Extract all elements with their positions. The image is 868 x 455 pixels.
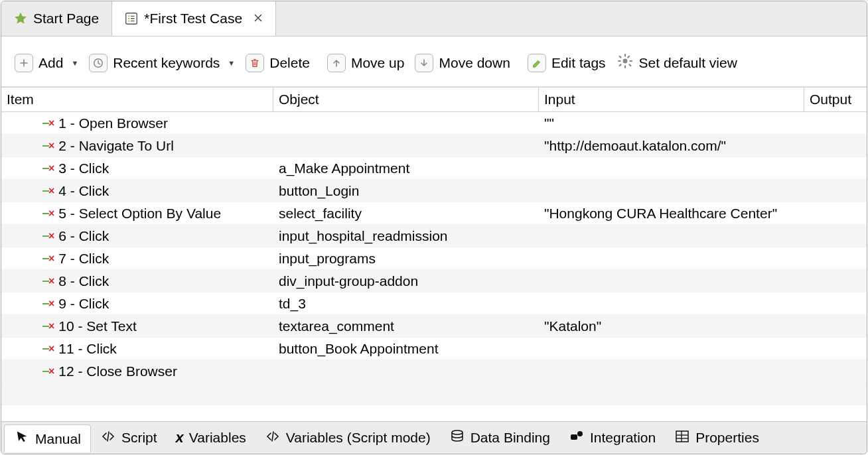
plus-icon	[15, 54, 33, 72]
step-label: 6 - Click	[58, 228, 109, 244]
table-row[interactable]: ×4 - Clickbutton_Login	[1, 180, 867, 202]
tab-label: Variables	[189, 430, 246, 446]
tab-label: Start Page	[33, 11, 99, 27]
tab-label: Properties	[695, 430, 759, 446]
cell-object: button_Book Appointment	[273, 341, 539, 357]
svg-rect-14	[628, 64, 632, 67]
tab-start-page[interactable]: Start Page	[1, 1, 111, 36]
star-icon	[13, 11, 28, 26]
svg-rect-10	[624, 66, 626, 68]
cursor-icon	[14, 429, 30, 448]
tab-first-test-case[interactable]: *First Test Case	[111, 1, 276, 36]
move-down-label: Move down	[439, 55, 510, 71]
steps-table: Item Object Input Output ×1 - Open Brows…	[1, 87, 867, 422]
close-icon[interactable]	[253, 12, 263, 25]
step-label: 10 - Set Text	[58, 318, 137, 334]
step-label: 3 - Click	[58, 161, 109, 176]
recent-label: Recent keywords	[113, 55, 220, 71]
cell-item: ×5 - Select Option By Value	[1, 206, 273, 222]
col-input[interactable]: Input	[539, 88, 804, 111]
tab-properties[interactable]: Properties	[665, 424, 768, 452]
bottom-tabbar: Manual Script x Variables Variables (Scr…	[1, 422, 867, 454]
move-up-button[interactable]: Move up	[323, 52, 409, 74]
test-case-icon	[124, 11, 139, 26]
col-output[interactable]: Output	[804, 88, 863, 111]
cell-input: ""	[539, 115, 804, 131]
tab-variables-script[interactable]: Variables (Script mode)	[255, 424, 440, 452]
step-label: 4 - Click	[58, 183, 109, 199]
keyword-icon: ×	[42, 276, 54, 287]
cell-object: button_Login	[273, 183, 539, 199]
table-row[interactable]: ×5 - Select Option By Valueselect_facili…	[1, 202, 867, 225]
svg-point-17	[452, 430, 463, 434]
add-button[interactable]: Add ▼	[11, 52, 82, 74]
trash-icon	[246, 54, 264, 72]
keyword-icon: ×	[42, 141, 54, 151]
caret-down-icon: ▼	[228, 59, 235, 67]
cell-item: ×8 - Click	[1, 273, 273, 289]
cell-item: ×7 - Click	[1, 251, 273, 267]
delete-button[interactable]: Delete	[242, 52, 314, 74]
move-down-button[interactable]: Move down	[411, 52, 514, 74]
keyword-icon: ×	[42, 253, 54, 264]
table-row[interactable]: ×1 - Open Browser""	[1, 112, 867, 135]
recent-keywords-button[interactable]: Recent keywords ▼	[85, 52, 239, 74]
edit-tags-button[interactable]: Edit tags	[524, 52, 610, 74]
editor-tabbar: Start Page *First Test Case	[1, 1, 867, 36]
tab-label: *First Test Case	[144, 11, 242, 27]
cell-input: "Katalon"	[539, 318, 804, 334]
arrow-up-icon	[327, 54, 346, 72]
step-label: 2 - Navigate To Url	[58, 138, 174, 154]
history-icon	[89, 54, 108, 72]
tab-label: Script	[121, 430, 157, 446]
table-row[interactable]: ×6 - Clickinput_hospital_readmission	[1, 225, 867, 247]
tab-manual[interactable]: Manual	[4, 424, 91, 452]
keyword-icon: ×	[42, 231, 54, 241]
keyword-icon: ×	[42, 298, 54, 309]
tab-script[interactable]: Script	[91, 424, 167, 452]
keyword-icon: ×	[42, 186, 54, 196]
table-row[interactable]: ×2 - Navigate To Url"http://demoaut.kata…	[1, 135, 867, 157]
cell-object: div_input-group-addon	[273, 273, 539, 289]
col-object[interactable]: Object	[273, 88, 539, 111]
database-icon	[449, 428, 465, 448]
cell-object: input_hospital_readmission	[273, 228, 539, 244]
set-default-view-button[interactable]: Set default view	[613, 51, 741, 74]
table-row-blank	[1, 383, 867, 405]
col-item[interactable]: Item	[1, 88, 273, 111]
arrow-down-icon	[415, 54, 433, 72]
cell-object: a_Make Appointment	[273, 161, 539, 176]
move-up-label: Move up	[351, 55, 405, 71]
table-row[interactable]: ×3 - Clicka_Make Appointment	[1, 157, 867, 180]
code-icon	[265, 428, 281, 448]
keyword-icon: ×	[42, 366, 54, 377]
step-label: 5 - Select Option By Value	[58, 206, 221, 222]
edit-tags-label: Edit tags	[551, 55, 606, 71]
tab-data-binding[interactable]: Data Binding	[440, 424, 559, 452]
tab-variables[interactable]: x Variables	[167, 425, 255, 450]
tab-integration[interactable]: Integration	[559, 424, 665, 452]
grid-icon	[674, 428, 690, 448]
table-row[interactable]: ×8 - Clickdiv_input-group-addon	[1, 270, 867, 292]
tab-label: Variables (Script mode)	[286, 430, 431, 446]
svg-rect-9	[624, 54, 626, 56]
delete-label: Delete	[269, 55, 310, 71]
keyword-icon: ×	[42, 208, 54, 219]
svg-rect-13	[618, 55, 622, 58]
step-label: 12 - Close Browser	[58, 363, 177, 379]
cell-item: ×11 - Click	[1, 341, 273, 357]
toolbar: Add ▼ Recent keywords ▼ De	[1, 36, 867, 87]
table-row[interactable]: ×9 - Clicktd_3	[1, 292, 867, 315]
table-row[interactable]: ×10 - Set Texttextarea_comment"Katalon"	[1, 315, 867, 338]
table-row[interactable]: ×7 - Clickinput_programs	[1, 247, 867, 270]
table-body[interactable]: ×1 - Open Browser""×2 - Navigate To Url"…	[1, 112, 867, 421]
table-row[interactable]: ×11 - Clickbutton_Book Appointment	[1, 338, 867, 360]
cell-item: ×12 - Close Browser	[1, 363, 273, 379]
svg-rect-16	[618, 64, 622, 67]
step-label: 9 - Click	[58, 296, 109, 312]
cell-item: ×1 - Open Browser	[1, 115, 273, 131]
svg-rect-15	[626, 55, 630, 58]
table-row[interactable]: ×12 - Close Browser	[1, 360, 867, 383]
cell-item: ×3 - Click	[1, 161, 273, 176]
cell-input: "http://demoaut.katalon.com/"	[539, 138, 804, 154]
